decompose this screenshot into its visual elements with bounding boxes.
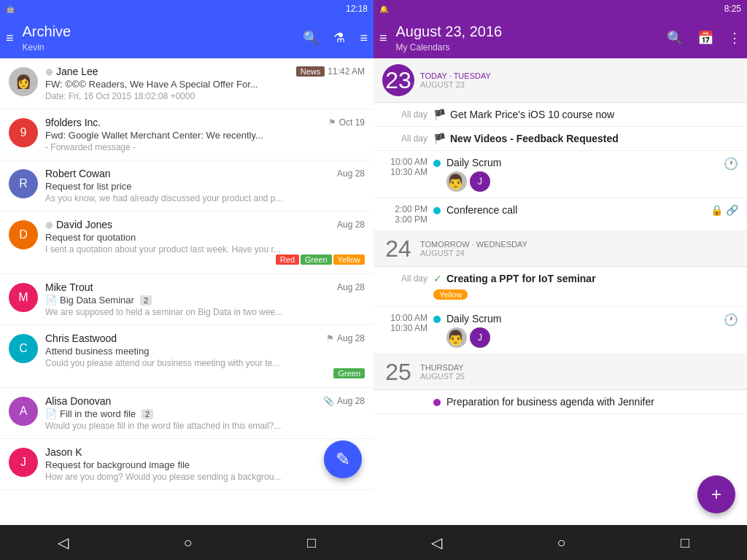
status-bar-right: 🔔 8:25	[374, 0, 747, 18]
avatar-group-1: 👨 J	[446, 171, 724, 192]
event-start-2: 2:00 PM	[382, 204, 427, 214]
right-back-nav[interactable]: ◁	[431, 534, 442, 551]
archive-subtitle: Kevin	[23, 42, 44, 52]
allday-title-1: Get Mark Price's iOS 10 course now	[450, 109, 614, 120]
email-9folders[interactable]: 9 9folders Inc. ⚑ Oct 19 Fwd: Google Wal…	[0, 109, 374, 160]
subject-robert-cowan: Request for list price	[45, 181, 365, 192]
email-chris-eastwood[interactable]: C Chris Eastwood ⚑ Aug 28 Attend busines…	[0, 325, 374, 388]
event-conference-call[interactable]: 2:00 PM 3:00 PM Conference call 🔒 🔗	[374, 198, 747, 231]
small-avatar-3: 👨	[446, 327, 467, 348]
event-allday-ppt[interactable]: All day ✓ Creating a PPT for IoT seminar…	[374, 267, 747, 307]
preview-alisa-donovan: Would you please fill in the word file a…	[45, 421, 365, 431]
right-menu-dots[interactable]: ⋮	[728, 30, 741, 46]
sender-robert-cowan: Robert Cowan	[45, 168, 111, 179]
tag-yellow: Yellow	[333, 254, 365, 265]
time-chris-eastwood: Aug 28	[337, 333, 365, 343]
event-icons-1: 🕐	[724, 157, 738, 171]
email-mike-trout[interactable]: M Mike Trout Aug 28 📄 Big Data Seminar 2…	[0, 274, 374, 325]
right-calendar-icon[interactable]: 📅	[697, 30, 713, 46]
allday-label-ppt: All day	[382, 273, 433, 284]
email-david-jones[interactable]: D ⊕ David Jones Aug 28 Request for quota…	[0, 211, 374, 274]
avatar-alisa-donovan: A	[9, 397, 38, 426]
right-status-icons: 🔔	[379, 5, 388, 13]
compose-fab[interactable]: ✎	[324, 440, 362, 478]
avatar-jane-lee: 👩	[9, 67, 38, 96]
right-header: ≡ August 23, 2016 My Calendars 🔍 📅 ⋮	[374, 18, 747, 58]
left-nav-bar: ◁ ○ □	[0, 525, 374, 560]
tag-green: Green	[301, 254, 332, 265]
right-menu-icon[interactable]: ≡	[379, 31, 387, 46]
event-daily-scrum-24[interactable]: 10:00 AM 10:30 AM Daily Scrum 👨 J 🕐	[374, 307, 747, 354]
day-date-23: AUGUST 23	[420, 80, 491, 89]
avatar-group-3: 👨 J	[446, 327, 724, 348]
email-jane-lee[interactable]: 👩 ⊕ Jane Lee News 11:42 AM FW: ©©© Reade…	[0, 58, 374, 109]
left-header: ≡ Archive Kevin 🔍 ⚗ ≡	[0, 18, 374, 58]
notification-icon: 🔔	[379, 5, 388, 13]
event-time-col-1: 10:00 AM 10:30 AM	[382, 157, 433, 177]
recent-nav-icon[interactable]: □	[307, 534, 316, 551]
home-nav-icon[interactable]: ○	[183, 534, 192, 551]
sort-icon[interactable]: ≡	[360, 31, 368, 46]
subject-jane-lee: FW: ©©© Readers, We Have A Special Offer…	[45, 79, 365, 90]
calendar-subtitle: My Calendars	[396, 42, 450, 52]
email-jason-k[interactable]: J Jason K Request for background image f…	[0, 439, 374, 490]
day-info-25: THURSDAY AUGUST 25	[420, 363, 465, 381]
email-content-alisa-donovan: Alisa Donovan 📎 Aug 28 📄 Fill in the wor…	[45, 395, 365, 431]
preview-mike-trout: We are supposed to held a seminar on Big…	[45, 307, 365, 317]
preview-jason-k: How are you doing? Would you please send…	[45, 472, 365, 482]
email-content-david-jones: ⊕ David Jones Aug 28 Request for quotati…	[45, 219, 365, 266]
clock-icon-1: 🕐	[724, 157, 738, 171]
day-header-25: 25 THURSDAY AUGUST 25	[374, 354, 747, 390]
event-time-col-3: 10:00 AM 10:30 AM	[382, 313, 433, 333]
tag-news: News	[296, 66, 325, 77]
day-info-23: TODAY · TUESDAY AUGUST 23	[420, 71, 491, 89]
email-content-chris-eastwood: Chris Eastwood ⚑ Aug 28 Attend business …	[45, 332, 365, 380]
event-title-4: Preparation for business agenda with Jen…	[446, 396, 738, 408]
time-robert-cowan: Aug 28	[337, 168, 365, 179]
email-robert-cowan[interactable]: R Robert Cowan Aug 28 Request for list p…	[0, 160, 374, 211]
status-bar-left: 🤖 12:18	[0, 0, 374, 18]
attach-icon-alisa: 📎	[323, 396, 334, 406]
subject-mike-trout: 📄 Big Data Seminar 2	[45, 295, 365, 306]
allday-label-2: All day	[382, 133, 433, 144]
day-date-24: AUGUST 24	[420, 249, 527, 257]
event-start-1: 10:00 AM	[382, 157, 427, 167]
event-daily-scrum-23[interactable]: 10:00 AM 10:30 AM Daily Scrum 👨 J 🕐	[374, 151, 747, 198]
event-dot-1	[433, 160, 441, 167]
right-search-icon[interactable]: 🔍	[667, 30, 683, 46]
small-avatar-j1: J	[470, 171, 490, 192]
day-header-23: 23 TODAY · TUESDAY AUGUST 23	[374, 58, 747, 103]
event-jennifer[interactable]: Preparation for business agenda with Jen…	[374, 390, 747, 414]
sender-alisa-donovan: Alisa Donovan	[45, 395, 111, 407]
calendar-title: August 23, 2016	[396, 23, 652, 40]
event-body-4: Preparation for business agenda with Jen…	[446, 396, 738, 408]
flag-icon-2: 🏴	[433, 133, 446, 144]
menu-icon[interactable]: ≡	[6, 31, 14, 46]
left-panel: 🤖 12:18 ≡ Archive Kevin 🔍 ⚗ ≡ 👩 ⊕ Jane L…	[0, 0, 374, 560]
filter-icon[interactable]: ⚗	[333, 30, 345, 46]
event-allday-2[interactable]: All day 🏴 New Videos - Feedback Requeste…	[374, 127, 747, 151]
subject-chris-eastwood: Attend business meeting	[45, 346, 365, 357]
event-icons-2: 🔒 🔗	[711, 204, 738, 216]
event-end-2: 3:00 PM	[382, 214, 427, 225]
right-time: 8:25	[724, 4, 741, 14]
archive-title: Archive	[23, 23, 289, 40]
allday-label-1: All day	[382, 109, 433, 120]
email-alisa-donovan[interactable]: A Alisa Donovan 📎 Aug 28 📄 Fill in the w…	[0, 388, 374, 439]
right-recent-nav[interactable]: □	[681, 534, 689, 551]
preview-chris-eastwood: Could you please attend our business mee…	[45, 358, 365, 368]
right-home-nav[interactable]: ○	[557, 534, 565, 551]
event-end-3: 10:30 AM	[382, 323, 427, 333]
tag-yellow-ppt: Yellow	[433, 289, 468, 300]
search-icon[interactable]: 🔍	[303, 30, 319, 46]
event-allday-1[interactable]: All day 🏴 Get Mark Price's iOS 10 course…	[374, 103, 747, 127]
allday-title-2: New Videos - Feedback Requested	[450, 133, 619, 144]
tags-chris-eastwood: Green	[45, 368, 365, 378]
back-nav-icon[interactable]: ◁	[58, 534, 69, 551]
allday-title-ppt: Creating a PPT for IoT seminar	[446, 273, 596, 284]
tags-david-jones: Red Green Yellow	[45, 254, 365, 265]
avatar-9folders: 9	[9, 118, 38, 147]
add-event-fab[interactable]: +	[697, 475, 735, 513]
preview-david-jones: I sent a quotation about your product la…	[45, 244, 365, 254]
email-content-9folders: 9folders Inc. ⚑ Oct 19 Fwd: Google Walle…	[45, 117, 365, 152]
